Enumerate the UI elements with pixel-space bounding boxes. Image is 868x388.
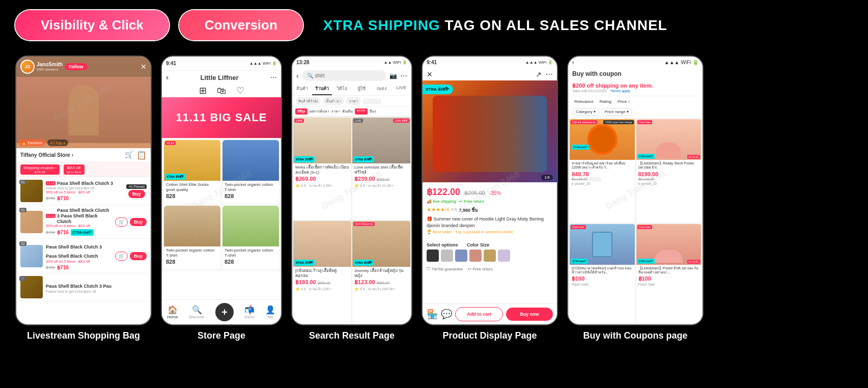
s3-time: 13:28 [296, 60, 310, 65]
s1-user-info: JS JanoSmith 999 viewers Follow [20, 60, 88, 74]
s3-search-input[interactable]: 🔍 shirt [302, 70, 386, 81]
s4-color-blue[interactable] [455, 250, 467, 262]
s1-sale-badge-2: 11.11 [46, 214, 55, 218]
s3-sort-icon[interactable]: ⊞ ●LIVE [363, 99, 381, 104]
s4-color-black[interactable] [427, 250, 439, 262]
s4-return-label: ↩ Free return [459, 199, 484, 204]
s3-prod-name-2: Love oversize shirt เสื้อเชิ้ต ฟรีไซส์ [354, 165, 408, 175]
s5-prod-img-4: XTRA ส่งฟรี* Flash Sale 01:33:00 [636, 224, 702, 265]
s1-top-bar: JS JanoSmith 999 viewers Follow ✕ [16, 57, 151, 77]
conversion-button[interactable]: Conversion [179, 10, 303, 40]
s4-color-lavender[interactable] [498, 250, 510, 262]
s3-filter-btn-1[interactable]: สินค้าที่กำลัง [295, 97, 321, 105]
s1-buy-btn-1[interactable]: Buy [128, 190, 145, 198]
s2-product-card-1[interactable]: 11.11 XTRA ส่งฟรี* Cotton Shirt Elite So… [164, 140, 220, 204]
s3-product-2[interactable]: LIVE 11% OFF XTRA ส่งฟรี* Love oversize … [352, 118, 410, 220]
s5-product-4[interactable]: XTRA ส่งฟรี* Flash Sale 01:33:00 【Livest… [636, 224, 702, 323]
s2-heart-icon[interactable]: ♡ [236, 85, 244, 96]
s4-add-to-cart-button[interactable]: Add to cart [455, 307, 503, 321]
s4-share-icon[interactable]: ↗ [536, 70, 542, 78]
s3-tab-rankhaa[interactable]: ร้านค้า [312, 83, 332, 95]
s2-more-icon[interactable]: ··· [270, 73, 277, 82]
s2-nav-home[interactable]: 🏠 Home [167, 305, 178, 319]
s1-follow-button[interactable]: Follow [65, 63, 88, 70]
s5-sort-rating[interactable]: Rating [598, 98, 613, 105]
s2-nav-plus[interactable]: + [215, 303, 234, 321]
s5-filter-category[interactable]: Category ▾ [572, 108, 599, 116]
s3-tab-music[interactable]: เพลง [372, 83, 391, 95]
s1-prod-disc-1: 30% off on 5 items ฿XX off [46, 190, 123, 195]
s1-buy-btn-3[interactable]: Buy [130, 252, 147, 260]
s1-close-icon[interactable]: ✕ [141, 63, 147, 71]
s1-tags: 🔥 Fashion 🏷 Top 1 [18, 140, 68, 146]
s4-more-icon[interactable]: ⋯ [546, 70, 553, 78]
s3-product-4[interactable]: NEW RELEASE XTRA ส่งฟรี* Journey เสื้อกล… [352, 221, 410, 323]
s4-price: ฿122.00 [427, 186, 460, 198]
s3-product-1[interactable]: LIVE XTRA ส่งฟรี* Moka เสื้อเชิ้ตการตัดเ… [293, 118, 351, 220]
s3-prod-rating-3: ⭐ 4.9 · ขายแล้ว 22K+ [295, 286, 349, 292]
s3-tab-video[interactable]: วิดีโอ [332, 83, 352, 95]
s3-prod-rating-2: ⭐ 4.9 · ขายแล้ว 11.4K+ [354, 183, 408, 188]
s3-camera-icon[interactable]: 📷 [389, 72, 397, 79]
s1-cart-icon[interactable]: 🛒 [125, 150, 133, 160]
s2-nav-inbox[interactable]: 📬 Inbox [244, 305, 255, 319]
s3-filter-btn-2[interactable]: ขั้นต่ำ มา [323, 97, 344, 105]
s2-prod-price-3: 828 [166, 259, 218, 265]
s5-filter-price-range[interactable]: Price range ▾ [601, 108, 632, 116]
s1-cart-btn-3[interactable]: 🛒 [115, 252, 128, 261]
s2-product-card-4[interactable]: Twin-pocket organic cotton T-shirt 828 [222, 206, 279, 269]
s5-sort-price[interactable]: Price ↕ [615, 98, 632, 105]
s3-prod-name-4: Journey เสื้อกล้ามผู้หญิง รุ่นหญิง [354, 268, 408, 278]
s4-buy-now-button[interactable]: Buy now [506, 308, 553, 321]
s2-nav-discover[interactable]: 🔍 Discover [189, 305, 205, 319]
s5-product-2[interactable]: XTRA ส่งฟรี* Flash Sale 02:33:36 【Livest… [636, 119, 702, 223]
s2-prod-price-2: 828 [225, 193, 277, 199]
s4-store-icon[interactable]: 🏪 [427, 309, 438, 320]
s2-product-card-2[interactable]: Twin-pocket organic cotton T-shirt 828 [222, 140, 279, 204]
s1-num-badge-2: 01 [19, 208, 26, 212]
s1-cart-btn-2[interactable]: 🛒 [115, 217, 128, 227]
s3-tab-live[interactable]: LIVE [391, 83, 411, 95]
s2-products-grid: 11.11 XTRA ส่งฟรี* Cotton Shirt Elite So… [162, 138, 281, 271]
s1-product-item: 01 11.11 Paua Shell Black Clutch 3 Follo… [16, 177, 151, 205]
s4-color-silver[interactable] [441, 250, 453, 262]
s5-terms-link[interactable]: *terms apply [610, 89, 630, 93]
s3-search-icon: 🔍 [307, 73, 313, 78]
s1-prod-name-1: Paua Shell Black Clutch 3 [57, 181, 113, 186]
s2-prod-info-4: Twin-pocket organic cotton T-shirt 828 [222, 246, 279, 266]
s2-bag-icon[interactable]: 🛍 [217, 86, 226, 96]
s1-top-tag: 🏷 Top 1 [47, 140, 69, 146]
s4-color-peach[interactable] [469, 250, 482, 262]
s2-plus-icon[interactable]: + [215, 303, 234, 321]
s1-username: JanoSmith [37, 62, 63, 67]
screens-row: JS JanoSmith 999 viewers Follow ✕ [15, 56, 853, 378]
s3-tab-sinkha[interactable]: สินค้า [292, 83, 312, 95]
visibility-click-button[interactable]: Visibility & Click [15, 10, 169, 40]
s3-status-bar: 13:28 ▲▲ WiFi 🔋 [292, 57, 411, 68]
s5-products-grid: XTRA ส่งฟรี* LED link advance tip 120W s… [568, 118, 703, 324]
s2-product-card-3[interactable]: Twin-pocket organic cotton T-shirt 828 [164, 206, 220, 269]
s2-back-icon[interactable]: ‹ [166, 73, 169, 82]
s3-product-3[interactable]: XTRA ส่งฟรี* [กลิ่นหอม-ร้าน] เสื้อยืดคู่… [293, 221, 351, 323]
s5-prod-name-1: สายชาร์จข้อมูลสายชาร์จดาต์เชื่อม 120W เห… [572, 161, 633, 170]
s4-chat-icon[interactable]: 💬 [441, 309, 452, 320]
s3-back-icon[interactable]: ‹ [296, 72, 299, 80]
s3-filter-sale: ราคา [331, 108, 340, 115]
s4-color-gold[interactable] [484, 250, 496, 262]
s5-product-3[interactable]: XTRA ส่งฟรี* Flash Sale [COD/สนาคาพอล์ขอ… [570, 224, 635, 323]
s1-buy-btn-2[interactable]: Buy [130, 218, 147, 226]
screen4-frame: 9:41 ▲▲▲ WiFi 🔋 ✕ ↗ ⋯ XTR [422, 56, 558, 325]
s1-orig-2: ฿756 [46, 230, 55, 235]
s5-product-1[interactable]: XTRA ส่งฟรี* LED link advance tip 120W s… [570, 119, 635, 223]
screen1-col: JS JanoSmith 999 viewers Follow ✕ [15, 56, 152, 341]
s3-filter-btn-3[interactable]: ราคา [346, 97, 361, 105]
s2-grid-icon[interactable]: ⊞ [199, 85, 207, 96]
s5-sort-relevance[interactable]: Relevance [572, 98, 596, 105]
s4-back-icon[interactable]: ✕ [427, 70, 433, 78]
s3-more-icon[interactable]: ⋯ [400, 72, 407, 80]
s3-tab-user[interactable]: ผู้ใช้ [352, 83, 372, 95]
s5-back-icon[interactable]: ‹ [572, 60, 574, 65]
s2-prod-name-1: Cotton Shirt Elite Socks good quality [166, 182, 218, 192]
s1-sale-3: ฿716 [57, 265, 69, 270]
s2-nav-me[interactable]: 👤 Me [265, 305, 275, 319]
